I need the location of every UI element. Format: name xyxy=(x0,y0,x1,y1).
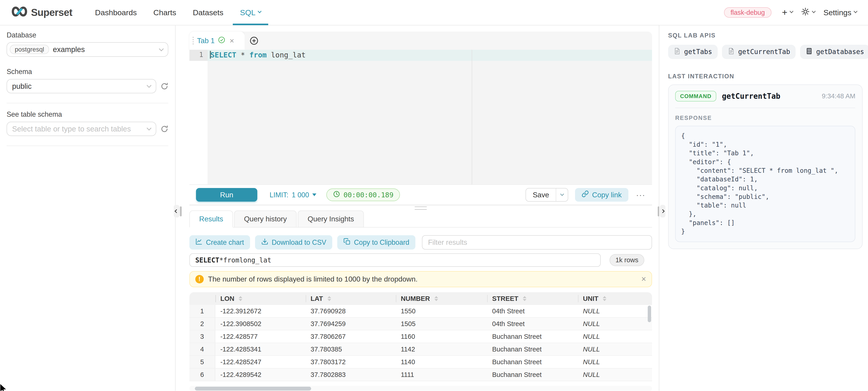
drag-handle-icon[interactable] xyxy=(193,37,194,44)
horizontal-scrollbar-thumb[interactable] xyxy=(195,387,311,391)
close-warning-icon[interactable]: × xyxy=(641,275,646,283)
sun-icon xyxy=(801,7,810,18)
get-databases-button[interactable]: getDatabases xyxy=(800,45,868,59)
column-header-lon[interactable]: LON xyxy=(215,292,306,305)
collapse-left-panel-button[interactable] xyxy=(174,205,179,218)
sort-icon[interactable] xyxy=(603,296,607,301)
top-nav: Superset Dashboards Charts Datasets SQL … xyxy=(0,0,868,26)
sql-code-editor[interactable]: SELECT * from long_lat 1 xyxy=(189,50,652,184)
command-badge: COMMAND xyxy=(675,91,716,101)
plus-circle-icon xyxy=(250,36,258,45)
nav-item-sql[interactable]: SQL xyxy=(231,0,269,25)
table-select[interactable]: Select table or type to search tables xyxy=(7,122,156,136)
schema-label: Schema xyxy=(7,68,168,76)
refresh-schemas-icon[interactable] xyxy=(161,83,168,90)
print-margin-line xyxy=(472,50,472,184)
table-row[interactable]: 6 -122.4289542 37.7802883 1111 Buchanan … xyxy=(189,368,652,381)
plus-icon: + xyxy=(782,8,787,17)
chevron-down-icon xyxy=(789,9,794,13)
editor-tab-title: Tab 1 xyxy=(197,37,215,45)
sqllab-left-sidebar: Database postgresql examples Schema publ… xyxy=(0,26,176,391)
editor-tab-1[interactable]: Tab 1 × xyxy=(189,32,245,50)
tab-query-history[interactable]: Query history xyxy=(234,210,297,227)
get-current-tab-button[interactable]: getCurrentTab xyxy=(722,45,796,59)
table-row[interactable]: 3 -122.428577 37.7806267 1160 Buchanan S… xyxy=(189,330,652,343)
right-panel-resize-handle[interactable] xyxy=(658,206,659,217)
table-header-row: LON LAT NUMBER STREET UNIT xyxy=(189,292,652,305)
create-chart-button[interactable]: Create chart xyxy=(189,235,250,250)
last-interaction-card: COMMAND getCurrentTab 9:34:48 AM RESPONS… xyxy=(668,85,863,249)
sort-icon[interactable] xyxy=(523,296,526,301)
limit-dropdown[interactable]: LIMIT: 1 000 xyxy=(270,191,316,199)
query-preview-row: SELECT * from long_lat 1k rows xyxy=(189,253,652,267)
column-header-number[interactable]: NUMBER xyxy=(396,292,487,305)
sort-icon[interactable] xyxy=(239,296,242,301)
copy-icon xyxy=(343,238,351,247)
schema-select[interactable]: public xyxy=(7,79,156,93)
results-table: LON LAT NUMBER STREET UNIT 1 -122.391267… xyxy=(189,292,652,391)
row-limit-warning-banner: ! The number of rows displayed is limite… xyxy=(189,271,652,287)
left-panel-resize-handle[interactable] xyxy=(180,206,182,217)
results-actions: Create chart Download to CSV Copy to Cli… xyxy=(189,235,652,250)
caret-down-icon xyxy=(312,193,316,196)
environment-badge: flask-debug xyxy=(724,7,772,18)
command-name: getCurrentTab xyxy=(722,92,780,101)
sort-icon[interactable] xyxy=(434,296,438,301)
run-query-button[interactable]: Run xyxy=(196,188,257,202)
nav-item-dashboards[interactable]: Dashboards xyxy=(87,0,145,25)
save-button[interactable]: Save xyxy=(526,189,556,201)
response-json-block: { "id": "1", "title": "Tab 1", "editor":… xyxy=(675,126,856,242)
splitter-grip-icon xyxy=(415,206,427,210)
sql-code-line: SELECT * from long_lat xyxy=(208,50,652,59)
vertical-scrollbar[interactable] xyxy=(648,305,651,322)
active-tab-underline xyxy=(233,24,268,25)
table-row[interactable]: 5 -122.4285247 37.7803172 1140 Buchanan … xyxy=(189,356,652,368)
download-icon xyxy=(261,238,269,247)
horizontal-scrollbar-track[interactable] xyxy=(189,386,652,391)
copy-link-button[interactable]: Copy link xyxy=(575,188,628,202)
refresh-tables-icon[interactable] xyxy=(161,125,168,133)
theme-toggle[interactable] xyxy=(801,7,815,18)
nav-item-datasets[interactable]: Datasets xyxy=(184,0,231,25)
new-item-dropdown[interactable]: + xyxy=(782,8,793,17)
database-value: examples xyxy=(53,45,85,54)
sort-icon[interactable] xyxy=(328,296,331,301)
copy-to-clipboard-button[interactable]: Copy to Clipboard xyxy=(337,235,415,250)
chevron-down-icon xyxy=(147,83,152,88)
table-row[interactable]: 1 -122.3912672 37.7690928 1550 04th Stre… xyxy=(189,305,652,318)
chevron-down-icon xyxy=(258,9,261,13)
superset-logo[interactable]: Superset xyxy=(11,5,72,20)
row-count-badge: 1k rows xyxy=(610,254,645,266)
response-json: { "id": "1", "title": "Tab 1", "editor":… xyxy=(681,132,849,236)
table-row[interactable]: 4 -122.4285341 37.780385 1142 Buchanan S… xyxy=(189,343,652,356)
chevron-down-icon xyxy=(560,192,564,196)
link-icon xyxy=(582,190,589,199)
tab-results[interactable]: Results xyxy=(189,210,233,228)
get-tabs-button[interactable]: getTabs xyxy=(668,45,718,59)
download-csv-button[interactable]: Download to CSV xyxy=(255,235,332,250)
chevron-down-icon xyxy=(159,46,164,51)
column-header-lat[interactable]: LAT xyxy=(306,292,396,305)
chart-icon xyxy=(195,238,203,247)
panel-splitter[interactable] xyxy=(189,205,652,211)
warning-icon: ! xyxy=(195,275,204,283)
response-label: RESPONSE xyxy=(675,115,856,121)
executed-query-preview: SELECT * from long_lat xyxy=(189,253,601,267)
column-header-unit[interactable]: UNIT xyxy=(578,292,647,305)
column-header-street[interactable]: STREET xyxy=(487,292,578,305)
collapse-right-panel-button[interactable] xyxy=(660,205,665,218)
settings-menu[interactable]: Settings xyxy=(824,8,857,17)
clock-icon xyxy=(333,191,340,199)
nav-item-charts[interactable]: Charts xyxy=(145,0,185,25)
add-tab-button[interactable] xyxy=(245,32,264,50)
filter-results-input[interactable] xyxy=(422,235,652,250)
sidebar-divider xyxy=(7,145,168,146)
tab-query-insights[interactable]: Query Insights xyxy=(298,210,364,227)
logo-text: Superset xyxy=(31,7,72,18)
database-select[interactable]: postgresql examples xyxy=(7,42,168,57)
sidebar-divider xyxy=(7,103,168,103)
more-actions-button[interactable]: ··· xyxy=(636,191,645,199)
save-options-button[interactable] xyxy=(556,189,568,201)
table-row[interactable]: 2 -122.3908502 37.7694259 1505 04th Stre… xyxy=(189,318,652,330)
close-tab-icon[interactable]: × xyxy=(229,37,234,44)
